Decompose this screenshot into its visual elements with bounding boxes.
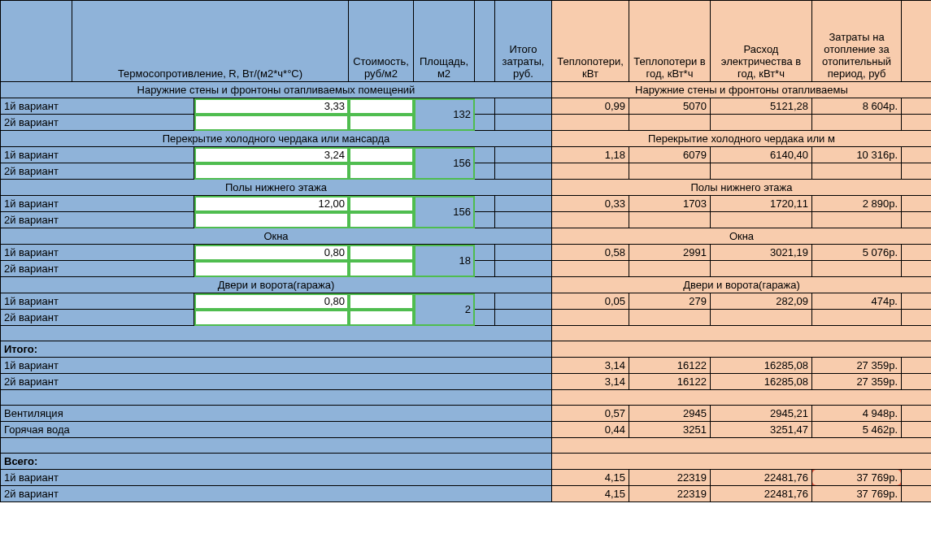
doors-v1-heat[interactable]: 474р.: [812, 293, 902, 310]
doors-area[interactable]: 2: [414, 293, 475, 326]
floor-v2-label[interactable]: 2й вариант: [1, 212, 194, 228]
walls-v1-label[interactable]: 1й вариант: [1, 98, 194, 115]
vsego-v2-ov[interactable]: [902, 486, 932, 502]
floor-v1-r-input[interactable]: 12,00: [194, 196, 349, 212]
attic-v2-label[interactable]: 2й вариант: [1, 163, 194, 180]
hot-heat[interactable]: 5 462р.: [812, 422, 902, 438]
attic-v2-heat[interactable]: [812, 163, 902, 180]
windows-v2-sp[interactable]: [475, 261, 495, 277]
doors-v1-tot[interactable]: [495, 293, 552, 310]
attic-v2-elec[interactable]: [711, 163, 812, 180]
vsego-v1-label[interactable]: 1й вариант: [1, 470, 552, 486]
walls-v2-label[interactable]: 2й вариант: [1, 115, 194, 131]
header-area[interactable]: Площадь, м2: [414, 1, 475, 82]
doors-v1-hl[interactable]: 0,05: [552, 293, 629, 310]
walls-v1-hl[interactable]: 0,99: [552, 98, 629, 115]
floor-v2-elec[interactable]: [711, 212, 812, 228]
itogo-v2-hl[interactable]: 3,14: [552, 374, 629, 390]
windows-v2-label[interactable]: 2й вариант: [1, 261, 194, 277]
spreadsheet[interactable]: Термосопротивление, R, Вт/(м2*ч*°С) Стои…: [0, 0, 931, 502]
walls-v1-ov[interactable]: [902, 98, 932, 115]
itogo-label[interactable]: Итого:: [1, 341, 552, 358]
header-r[interactable]: Термосопротивление, R, Вт/(м2*ч*°С): [72, 1, 349, 82]
walls-v1-hly[interactable]: 5070: [629, 98, 711, 115]
floor-v2-tot[interactable]: [495, 212, 552, 228]
itogo-v2-label[interactable]: 2й вариант: [1, 374, 552, 390]
attic-v1-elec[interactable]: 6140,40: [711, 147, 812, 163]
doors-v1-sp[interactable]: [475, 293, 495, 310]
floor-v1-hly[interactable]: 1703: [629, 196, 711, 212]
header-blank[interactable]: [1, 1, 72, 82]
doors-v1-cost-input[interactable]: [349, 293, 414, 310]
windows-v1-tot[interactable]: [495, 245, 552, 261]
floor-v1-cost-input[interactable]: [349, 196, 414, 212]
floor-v1-sp[interactable]: [475, 196, 495, 212]
floor-v2-sp[interactable]: [475, 212, 495, 228]
vent-elec[interactable]: 2945,21: [711, 406, 812, 422]
attic-v2-hl[interactable]: [552, 163, 629, 180]
attic-v1-r-input[interactable]: 3,24: [194, 147, 349, 163]
section-windows-title-right[interactable]: Окна: [552, 228, 932, 245]
header-electricity[interactable]: Расход электричества в год, кВт*ч: [711, 1, 812, 82]
sep-3-right[interactable]: [552, 438, 932, 454]
sep-1-left[interactable]: [1, 326, 552, 341]
header-spacer[interactable]: [475, 1, 495, 82]
section-walls-title-left[interactable]: Наружние стены и фронтоны отапливаемых п…: [1, 82, 552, 98]
vsego-v2-hl[interactable]: 4,15: [552, 486, 629, 502]
itogo-v2-heat[interactable]: 27 359р.: [812, 374, 902, 390]
walls-v1-r-input[interactable]: 3,33: [194, 98, 349, 115]
walls-v2-hl[interactable]: [552, 115, 629, 131]
section-walls-title-right[interactable]: Наружние стены и фронтоны отапливаемы: [552, 82, 932, 98]
windows-v1-elec[interactable]: 3021,19: [711, 245, 812, 261]
windows-v1-ov[interactable]: [902, 245, 932, 261]
vsego-label[interactable]: Всего:: [1, 454, 552, 470]
walls-v1-cost-input[interactable]: [349, 98, 414, 115]
walls-v2-sp[interactable]: [475, 115, 495, 131]
windows-v2-elec[interactable]: [711, 261, 812, 277]
walls-v1-heat[interactable]: 8 604р.: [812, 98, 902, 115]
floor-v2-cost-input[interactable]: [349, 212, 414, 228]
sep-1-right[interactable]: [552, 326, 932, 341]
vent-hly[interactable]: 2945: [629, 406, 711, 422]
floor-v1-heat[interactable]: 2 890р.: [812, 196, 902, 212]
vsego-v1-hl[interactable]: 4,15: [552, 470, 629, 486]
doors-v1-elec[interactable]: 282,09: [711, 293, 812, 310]
itogo-v1-ov[interactable]: [902, 358, 932, 374]
vent-hl[interactable]: 0,57: [552, 406, 629, 422]
windows-v2-r-input[interactable]: [194, 261, 349, 277]
doors-v2-hl[interactable]: [552, 310, 629, 326]
vsego-v1-elec[interactable]: 22481,76: [711, 470, 812, 486]
windows-v1-label[interactable]: 1й вариант: [1, 245, 194, 261]
walls-v1-elec[interactable]: 5121,28: [711, 98, 812, 115]
sep-2-left[interactable]: [1, 390, 552, 406]
itogo-v2-hly[interactable]: 16122: [629, 374, 711, 390]
floor-v1-tot[interactable]: [495, 196, 552, 212]
itogo-v1-heat[interactable]: 27 359р.: [812, 358, 902, 374]
windows-area[interactable]: 18: [414, 245, 475, 277]
windows-v1-heat[interactable]: 5 076р.: [812, 245, 902, 261]
itogo-v1-hl[interactable]: 3,14: [552, 358, 629, 374]
header-overflow[interactable]: [902, 1, 932, 82]
doors-v1-r-input[interactable]: 0,80: [194, 293, 349, 310]
header-cost[interactable]: Стоимость, руб/м2: [349, 1, 414, 82]
attic-v1-heat[interactable]: 10 316р.: [812, 147, 902, 163]
doors-v2-sp[interactable]: [475, 310, 495, 326]
section-floor-title-right[interactable]: Полы нижнего этажа: [552, 180, 932, 196]
walls-v2-heat[interactable]: [812, 115, 902, 131]
attic-area[interactable]: 156: [414, 147, 475, 180]
windows-v2-ov[interactable]: [902, 261, 932, 277]
floor-v2-hl[interactable]: [552, 212, 629, 228]
doors-v2-label[interactable]: 2й вариант: [1, 310, 194, 326]
itogo-v2-ov[interactable]: [902, 374, 932, 390]
doors-v2-heat[interactable]: [812, 310, 902, 326]
floor-v2-heat[interactable]: [812, 212, 902, 228]
attic-v2-sp[interactable]: [475, 163, 495, 180]
attic-v2-r-input[interactable]: [194, 163, 349, 180]
vsego-v1-ov[interactable]: [902, 470, 932, 486]
vsego-v1-heat[interactable]: 37 769р.: [812, 470, 902, 486]
section-windows-title-left[interactable]: Окна: [1, 228, 552, 245]
attic-v1-ov[interactable]: [902, 147, 932, 163]
floor-v1-elec[interactable]: 1720,11: [711, 196, 812, 212]
vent-heat[interactable]: 4 948р.: [812, 406, 902, 422]
attic-v1-sp[interactable]: [475, 147, 495, 163]
